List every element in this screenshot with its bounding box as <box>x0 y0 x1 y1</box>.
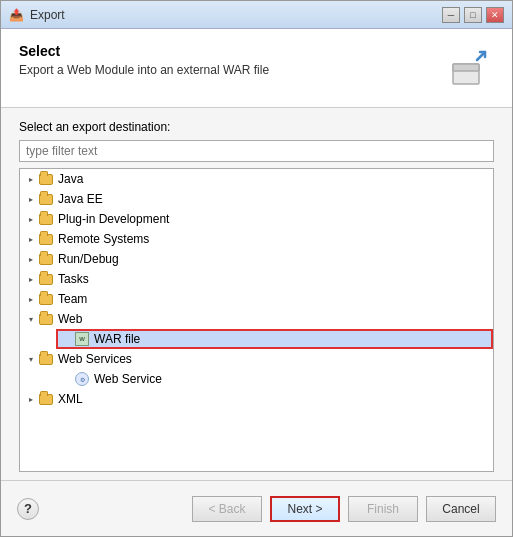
titlebar-controls: ─ □ ✕ <box>442 7 504 23</box>
toggle-web[interactable] <box>24 312 38 326</box>
help-button[interactable]: ? <box>17 498 39 520</box>
minimize-button[interactable]: ─ <box>442 7 460 23</box>
label-team: Team <box>58 292 87 306</box>
folder-icon-rundebug <box>38 251 54 267</box>
next-button[interactable]: Next > <box>270 496 340 522</box>
label-warfile: WAR file <box>94 332 140 346</box>
folder-icon-webservices <box>38 351 54 367</box>
finish-button[interactable]: Finish <box>348 496 418 522</box>
label-javaee: Java EE <box>58 192 103 206</box>
tree-item-plugin[interactable]: Plug-in Development <box>20 209 493 229</box>
tree-container[interactable]: Java Java EE Plug-in Development Remote … <box>19 168 494 472</box>
header-text: Select Export a Web Module into an exter… <box>19 43 269 77</box>
folder-icon-tasks <box>38 271 54 287</box>
filter-input[interactable] <box>19 140 494 162</box>
export-icon <box>444 43 494 93</box>
label-plugin: Plug-in Development <box>58 212 169 226</box>
label-xml: XML <box>58 392 83 406</box>
folder-icon-plugin <box>38 211 54 227</box>
label-rundebug: Run/Debug <box>58 252 119 266</box>
toggle-java[interactable] <box>24 172 38 186</box>
cancel-button[interactable]: Cancel <box>426 496 496 522</box>
folder-icon-javaee <box>38 191 54 207</box>
section-label: Select an export destination: <box>19 120 494 134</box>
help-label: ? <box>24 501 32 516</box>
label-tasks: Tasks <box>58 272 89 286</box>
svg-rect-1 <box>453 64 479 71</box>
tree-item-webservice[interactable]: ⚙ Web Service <box>56 369 493 389</box>
toggle-rundebug[interactable] <box>24 252 38 266</box>
tree-item-xml[interactable]: XML <box>20 389 493 409</box>
label-webservices: Web Services <box>58 352 132 366</box>
label-java: Java <box>58 172 83 186</box>
header-description: Export a Web Module into an external WAR… <box>19 63 269 77</box>
folder-icon-web <box>38 311 54 327</box>
folder-icon-java <box>38 171 54 187</box>
titlebar-title-group: 📤 Export <box>9 8 65 22</box>
close-button[interactable]: ✕ <box>486 7 504 23</box>
window-title: Export <box>30 8 65 22</box>
tree-item-webservices[interactable]: Web Services <box>20 349 493 369</box>
tree-item-warfile[interactable]: W WAR file <box>56 329 493 349</box>
toggle-team[interactable] <box>24 292 38 306</box>
maximize-button[interactable]: □ <box>464 7 482 23</box>
header-title: Select <box>19 43 269 59</box>
label-webservice: Web Service <box>94 372 162 386</box>
toggle-plugin[interactable] <box>24 212 38 226</box>
tree-item-java[interactable]: Java <box>20 169 493 189</box>
footer: ? < Back Next > Finish Cancel <box>1 480 512 536</box>
footer-right: < Back Next > Finish Cancel <box>192 496 496 522</box>
toggle-webservices[interactable] <box>24 352 38 366</box>
label-web: Web <box>58 312 82 326</box>
tree-item-rundebug[interactable]: Run/Debug <box>20 249 493 269</box>
tree-item-tasks[interactable]: Tasks <box>20 269 493 289</box>
toggle-tasks[interactable] <box>24 272 38 286</box>
footer-left: ? <box>17 498 39 520</box>
folder-icon-team <box>38 291 54 307</box>
header-section: Select Export a Web Module into an exter… <box>1 29 512 108</box>
back-button[interactable]: < Back <box>192 496 262 522</box>
tree-item-team[interactable]: Team <box>20 289 493 309</box>
main-section: Select an export destination: Java Java … <box>1 108 512 480</box>
toggle-javaee[interactable] <box>24 192 38 206</box>
tree-item-remote[interactable]: Remote Systems <box>20 229 493 249</box>
toggle-remote[interactable] <box>24 232 38 246</box>
dialog-icon: 📤 <box>9 8 24 22</box>
ws-icon: ⚙ <box>74 371 90 387</box>
titlebar: 📤 Export ─ □ ✕ <box>1 1 512 29</box>
folder-icon-xml <box>38 391 54 407</box>
label-remote: Remote Systems <box>58 232 149 246</box>
war-file-icon: W <box>74 331 90 347</box>
tree-item-web[interactable]: Web <box>20 309 493 329</box>
tree-item-javaee[interactable]: Java EE <box>20 189 493 209</box>
export-dialog: 📤 Export ─ □ ✕ Select Export a Web Modul… <box>0 0 513 537</box>
toggle-xml[interactable] <box>24 392 38 406</box>
folder-icon-remote <box>38 231 54 247</box>
